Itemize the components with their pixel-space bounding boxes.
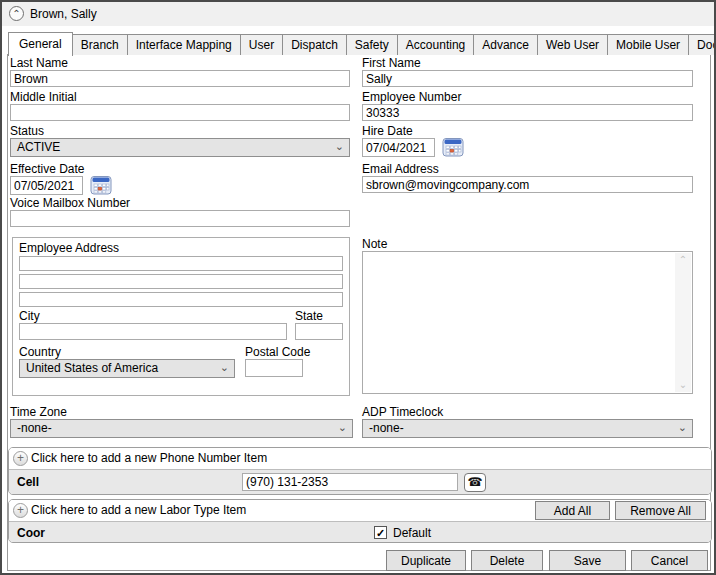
tab-general[interactable]: General — [8, 32, 73, 56]
tab-advance[interactable]: Advance — [473, 34, 538, 55]
phone-number-section: + Click here to add a new Phone Number I… — [8, 447, 712, 495]
checkmark-icon: ✓ — [375, 527, 386, 539]
email-field[interactable] — [362, 176, 693, 193]
duplicate-button[interactable]: Duplicate — [386, 550, 466, 571]
note-scrollbar[interactable]: ⌃ ⌄ — [675, 253, 691, 392]
chevron-down-icon: ⌄ — [335, 139, 344, 154]
adp-timeclock-label: ADP Timeclock — [362, 405, 443, 419]
status-value: ACTIVE — [17, 140, 60, 154]
add-phone-number-row[interactable]: + Click here to add a new Phone Number I… — [9, 448, 711, 469]
voice-mailbox-label: Voice Mailbox Number — [10, 196, 130, 210]
effective-date-label: Effective Date — [10, 162, 84, 176]
cancel-button[interactable]: Cancel — [631, 550, 708, 571]
add-phone-number-prompt: Click here to add a new Phone Number Ite… — [31, 448, 267, 469]
add-labor-type-prompt: Click here to add a new Labor Type Item — [31, 500, 246, 521]
hire-date-field[interactable] — [362, 138, 435, 157]
postal-code-field[interactable] — [245, 359, 303, 377]
postal-code-label: Postal Code — [245, 345, 310, 359]
save-button[interactable]: Save — [549, 550, 626, 571]
time-zone-value: -none- — [17, 421, 52, 435]
middle-initial-label: Middle Initial — [10, 90, 77, 104]
email-label: Email Address — [362, 162, 439, 176]
phone-number-field[interactable] — [242, 473, 458, 491]
address-line1-field[interactable] — [19, 256, 343, 271]
page-title: Brown, Sally — [30, 2, 97, 26]
scroll-down-icon[interactable]: ⌄ — [675, 378, 691, 392]
tab-interface-mapping[interactable]: Interface Mapping — [127, 34, 241, 55]
country-label: Country — [19, 345, 61, 359]
status-dropdown[interactable]: ACTIVE ⌄ — [10, 138, 350, 157]
country-dropdown[interactable]: United States of America ⌄ — [19, 359, 235, 378]
labor-type-section: + Click here to add a new Labor Type Ite… — [8, 499, 712, 543]
delete-button[interactable]: Delete — [471, 550, 543, 571]
address-line2-field[interactable] — [19, 274, 343, 289]
middle-initial-field[interactable] — [10, 104, 350, 121]
hire-date-calendar-icon[interactable] — [442, 137, 464, 157]
time-zone-dropdown[interactable]: -none- ⌄ — [10, 419, 353, 438]
tab-web-user[interactable]: Web User — [537, 34, 608, 55]
tab-dispatch[interactable]: Dispatch — [282, 34, 347, 55]
tab-safety[interactable]: Safety — [346, 34, 398, 55]
tab-mobile-user[interactable]: Mobile User — [607, 34, 689, 55]
employee-number-label: Employee Number — [362, 90, 461, 104]
titlebar: ⌃ Brown, Sally — [2, 2, 714, 26]
chevron-down-icon: ⌄ — [220, 360, 229, 375]
chevron-down-icon: ⌄ — [678, 420, 687, 435]
labor-type-name: Coor — [17, 522, 45, 543]
scroll-up-icon[interactable]: ⌃ — [675, 253, 691, 267]
last-name-field[interactable] — [10, 70, 350, 87]
default-checkbox-label: Default — [393, 526, 431, 540]
tab-documents[interactable]: Documents — [688, 34, 716, 55]
plus-icon: + — [13, 451, 28, 466]
voice-mailbox-field[interactable] — [10, 210, 350, 227]
dial-button[interactable]: ☎ — [464, 473, 486, 492]
default-checkbox[interactable]: ✓ — [374, 526, 387, 539]
collapse-button[interactable]: ⌃ — [9, 6, 24, 21]
state-label: State — [295, 309, 323, 323]
adp-timeclock-dropdown[interactable]: -none- ⌄ — [362, 419, 693, 438]
last-name-label: Last Name — [10, 56, 68, 70]
effective-date-field[interactable] — [10, 176, 83, 195]
labor-type-item-row: Coor ✓ Default — [9, 521, 711, 543]
status-label: Status — [10, 124, 44, 138]
phone-type-label: Cell — [17, 470, 39, 495]
phone-icon: ☎ — [468, 475, 483, 489]
employee-form-window: ⌃ Brown, Sally General Branch Interface … — [0, 0, 716, 575]
tab-branch[interactable]: Branch — [72, 34, 128, 55]
tab-accounting[interactable]: Accounting — [397, 34, 474, 55]
tab-user[interactable]: User — [240, 34, 283, 55]
adp-timeclock-value: -none- — [369, 421, 404, 435]
city-label: City — [19, 309, 40, 323]
employee-number-field[interactable] — [362, 104, 693, 121]
effective-date-calendar-icon[interactable] — [90, 175, 112, 195]
note-label: Note — [362, 237, 387, 251]
add-labor-type-row[interactable]: + Click here to add a new Labor Type Ite… — [9, 500, 711, 521]
chevron-up-icon: ⌃ — [12, 8, 20, 19]
note-field[interactable]: ⌃ ⌄ — [362, 251, 693, 394]
city-field[interactable] — [19, 323, 287, 340]
state-field[interactable] — [295, 323, 343, 340]
hire-date-label: Hire Date — [362, 124, 413, 138]
time-zone-label: Time Zone — [10, 405, 67, 419]
add-all-button[interactable]: Add All — [535, 501, 610, 520]
plus-icon: + — [13, 503, 28, 518]
first-name-field[interactable] — [362, 70, 693, 87]
first-name-label: First Name — [362, 56, 421, 70]
employee-address-label: Employee Address — [19, 241, 119, 255]
chevron-down-icon: ⌄ — [338, 420, 347, 435]
address-line3-field[interactable] — [19, 292, 343, 307]
remove-all-button[interactable]: Remove All — [615, 501, 706, 520]
phone-item-row: Cell ☎ — [9, 469, 711, 494]
country-value: United States of America — [26, 361, 158, 375]
tab-strip: General Branch Interface Mapping User Di… — [8, 31, 716, 55]
